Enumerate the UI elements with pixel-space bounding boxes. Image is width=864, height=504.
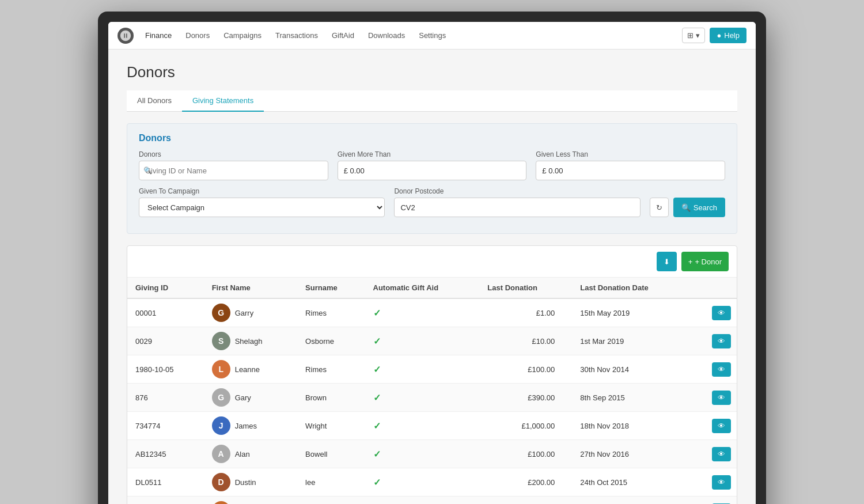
grid-dropdown-icon: ▾ (696, 31, 700, 40)
cell-view-action: 👁 (691, 468, 737, 497)
cell-giving-id: DM00002 (127, 497, 204, 505)
view-donor-button[interactable]: 👁 (712, 475, 731, 490)
cell-last-donation: £390.00 (479, 384, 572, 412)
search-btn-icon: 🔍 (681, 203, 691, 212)
cell-gift-aid: ✓ (365, 298, 480, 327)
campaign-group: Given To Campaign Select Campaign (139, 187, 385, 217)
table-row: 876 G Gary Brown ✓ £390.00 8th Sep 2015 … (127, 384, 737, 412)
nav-campaigns[interactable]: Campaigns (218, 28, 267, 43)
table-row: 0029 S Shelagh Osborne ✓ £10.00 1st Mar … (127, 327, 737, 355)
col-actions (691, 278, 737, 298)
given-more-input[interactable] (338, 161, 527, 180)
nav-giftaid[interactable]: GiftAid (326, 28, 360, 43)
download-icon: ⬇ (664, 257, 670, 266)
cell-giving-id: 1980-10-05 (127, 355, 204, 384)
cell-gift-aid: ✓ (365, 355, 480, 384)
cell-view-action: 👁 (691, 412, 737, 440)
cell-view-action: 👁 (691, 497, 737, 505)
cell-view-action: 👁 (691, 327, 737, 355)
cell-last-date: 8th Sep 2015 (572, 384, 691, 412)
cell-last-date: 24th Oct 2015 (572, 468, 691, 497)
cell-last-date: 1st Mar 2019 (572, 327, 691, 355)
help-circle-icon: ● (717, 31, 721, 40)
cell-surname: Wright (297, 412, 365, 440)
cell-giving-id: 0029 (127, 327, 204, 355)
view-donor-button[interactable]: 👁 (712, 306, 731, 320)
search-button[interactable]: 🔍 Search (673, 198, 725, 217)
cell-giving-id: DL0511 (127, 468, 204, 497)
tab-all-donors[interactable]: All Donors (127, 90, 182, 112)
tabs: All Donors Giving Statements (127, 90, 737, 112)
cell-last-date: 27th Nov 2016 (572, 440, 691, 468)
eye-icon: 👁 (718, 478, 725, 487)
cell-avatar-first: J James (204, 412, 297, 439)
postcode-group: Donor Postcode (394, 187, 640, 217)
cell-surname: Rimes (297, 298, 365, 327)
postcode-input[interactable] (394, 198, 640, 217)
col-gift-aid: Automatic Gift Aid (365, 278, 480, 298)
tab-giving-statements[interactable]: Giving Statements (182, 90, 264, 112)
view-donor-button[interactable]: 👁 (712, 419, 731, 433)
cell-giving-id: AB12345 (127, 440, 204, 468)
cell-last-donation: £1,000.00 (479, 412, 572, 440)
eye-icon: 👁 (718, 337, 725, 346)
refresh-icon: ↻ (656, 203, 662, 212)
donor-search-group: Donors 🔍 (139, 150, 328, 180)
table-section: ⬇ + + Donor Giving ID First Name Surname… (127, 245, 737, 504)
cell-last-donation: £10.00 (479, 497, 572, 505)
grid-icon: ⊞ (687, 31, 694, 40)
cell-last-date: 15th May 2019 (572, 298, 691, 327)
table-row: 00001 G Garry Rimes ✓ £1.00 15th May 201… (127, 298, 737, 327)
refresh-button[interactable]: ↻ (650, 198, 669, 217)
cell-last-donation: £100.00 (479, 355, 572, 384)
eye-icon: 👁 (718, 393, 725, 402)
table-row: DL0511 D Dustin lee ✓ £200.00 24th Oct 2… (127, 468, 737, 497)
eye-icon: 👁 (718, 365, 725, 374)
given-more-group: Given More Than (338, 150, 527, 180)
campaign-label: Given To Campaign (139, 187, 385, 195)
nav-right: ⊞ ▾ ● Help (682, 28, 746, 43)
campaign-select[interactable]: Select Campaign (139, 198, 385, 217)
nav-downloads[interactable]: Downloads (362, 28, 411, 43)
cell-giving-id: 00001 (127, 298, 204, 327)
download-button[interactable]: ⬇ (657, 252, 677, 271)
view-donor-button[interactable]: 👁 (712, 447, 731, 461)
add-donor-button[interactable]: + + Donor (681, 252, 729, 271)
nav-transactions[interactable]: Transactions (270, 28, 324, 43)
given-less-group: Given Less Than (536, 150, 725, 180)
cell-avatar-first: G Garry (204, 299, 297, 327)
cell-gift-aid: ✓ (365, 412, 480, 440)
cell-giving-id: 876 (127, 384, 204, 412)
main-content: Donors All Donors Giving Statements Dono… (108, 50, 756, 504)
cell-gift-aid: ✓ (365, 468, 480, 497)
cell-avatar-first: D Dustin (204, 468, 297, 496)
donors-table: Giving ID First Name Surname Automatic G… (127, 278, 737, 504)
nav-settings[interactable]: Settings (413, 28, 452, 43)
postcode-label: Donor Postcode (394, 187, 640, 195)
given-less-label: Given Less Than (536, 150, 725, 158)
grid-view-button[interactable]: ⊞ ▾ (682, 28, 705, 43)
cell-gift-aid: ✓ (365, 497, 480, 505)
col-giving-id: Giving ID (127, 278, 204, 298)
table-row: AB12345 A Alan Bowell ✓ £100.00 27th Nov… (127, 440, 737, 468)
cell-surname: Brown (297, 384, 365, 412)
cell-gift-aid: ✓ (365, 327, 480, 355)
cell-avatar-first: L Leanne (204, 355, 297, 383)
nav-donors[interactable]: Donors (180, 28, 215, 43)
view-donor-button[interactable]: 👁 (712, 391, 731, 405)
col-last-date: Last Donation Date (572, 278, 691, 298)
cell-view-action: 👁 (691, 298, 737, 327)
cell-avatar-first: G Gary (204, 384, 297, 411)
cell-last-donation: £1.00 (479, 298, 572, 327)
cell-view-action: 👁 (691, 440, 737, 468)
col-last-donation: Last Donation (479, 278, 572, 298)
cell-last-donation: £100.00 (479, 440, 572, 468)
view-donor-button[interactable]: 👁 (712, 362, 731, 377)
given-less-input[interactable] (536, 161, 725, 180)
view-donor-button[interactable]: 👁 (712, 334, 731, 348)
table-toolbar: ⬇ + + Donor (127, 246, 737, 278)
cell-avatar-first: S Shelagh (204, 327, 297, 355)
help-button[interactable]: ● Help (710, 28, 746, 43)
nav-finance[interactable]: Finance (139, 28, 177, 43)
donor-search-input[interactable] (139, 161, 328, 180)
